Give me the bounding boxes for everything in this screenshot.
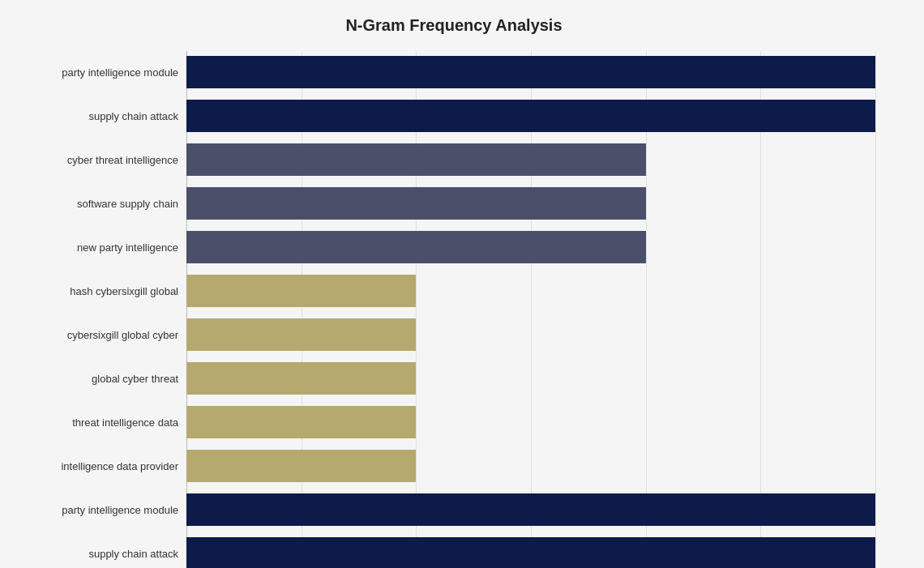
bar-0 [186, 493, 875, 526]
bar-1 [186, 100, 875, 132]
bar-row: supply chain attack [186, 532, 875, 568]
bar-label: cybersixgill global cyber [16, 329, 186, 341]
bar-3 [186, 187, 646, 220]
bar-1 [186, 537, 875, 568]
bar-row: cybersixgill global cyber [186, 314, 875, 356]
bar-row: global cyber threat [186, 357, 875, 399]
bar-row: hash cybersixgill global [186, 270, 875, 312]
chart-container: N-Gram Frequency Analysis party intellig… [0, 0, 924, 568]
bar-label: party intelligence module [16, 66, 186, 79]
chart-area: party intelligence modulesupply chain at… [186, 51, 875, 568]
bar-row: party intelligence module [186, 51, 875, 93]
bar-row: cyber threat intelligence [186, 139, 875, 181]
main-content: party intelligence modulesupply chain at… [16, 51, 892, 514]
bar-label: hash cybersixgill global [16, 285, 186, 297]
bar-label: party intelligence module [16, 504, 186, 516]
bar-label: supply chain attack [16, 110, 186, 122]
bar-label: threat intelligence data [16, 416, 186, 429]
bar-row: new party intelligence [186, 226, 875, 268]
bar-label: supply chain attack [16, 548, 186, 560]
bars-section: party intelligence modulesupply chain at… [16, 51, 892, 568]
bar-label: cyber threat intelligence [16, 154, 186, 166]
bar-label: global cyber threat [16, 373, 186, 385]
bar-label: intelligence data provider [16, 460, 186, 472]
bar-row: party intelligence module [186, 489, 875, 531]
bar-8 [186, 406, 416, 438]
bar-2 [186, 143, 646, 176]
chart-title: N-Gram Frequency Analysis [16, 16, 892, 35]
bars-container: party intelligence modulesupply chain at… [186, 51, 875, 568]
bar-label: new party intelligence [16, 241, 186, 254]
bar-row: intelligence data provider [186, 445, 875, 487]
bar-row: threat intelligence data [186, 401, 875, 443]
grid-line [875, 51, 876, 568]
bar-9 [186, 450, 416, 482]
bar-0 [186, 56, 875, 88]
bar-6 [186, 318, 416, 351]
bar-5 [186, 275, 416, 307]
bar-row: software supply chain [186, 182, 875, 224]
bar-label: software supply chain [16, 198, 186, 210]
bar-7 [186, 362, 416, 395]
bar-row: supply chain attack [186, 95, 875, 137]
grid-line [875, 51, 876, 568]
bar-4 [186, 231, 646, 263]
